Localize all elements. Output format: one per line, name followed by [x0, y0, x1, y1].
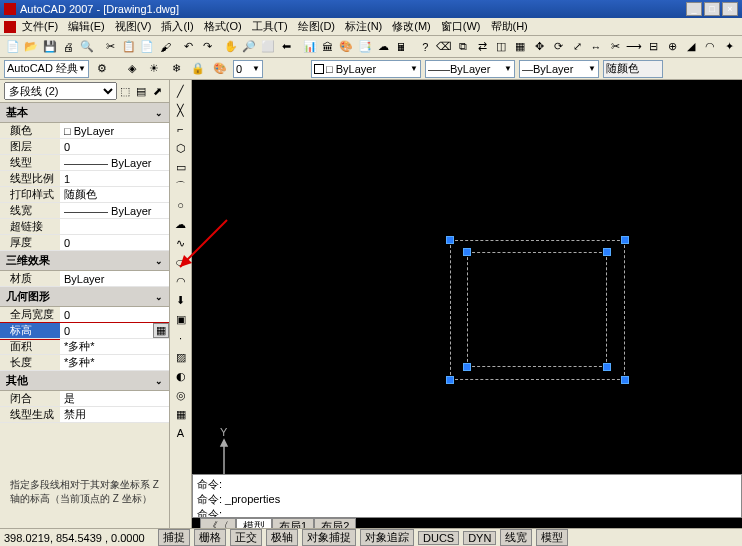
mod-erase-icon[interactable]: ⌫ — [435, 38, 453, 56]
prop-row[interactable]: 线宽———— ByLayer — [0, 203, 169, 219]
prop-value[interactable]: *多种* — [60, 355, 169, 370]
table-icon[interactable]: ▦ — [172, 405, 190, 423]
layer-num[interactable]: 0▼ — [233, 60, 263, 78]
grip[interactable] — [603, 248, 611, 256]
layer-icon[interactable]: ◈ — [123, 60, 141, 78]
copy-icon[interactable]: 📋 — [120, 38, 137, 56]
zoomwin-icon[interactable]: ⬜ — [259, 38, 276, 56]
menu-tools[interactable]: 工具(T) — [248, 19, 292, 34]
prop-row[interactable]: 超链接 — [0, 219, 169, 235]
pline-icon[interactable]: ⌐ — [172, 120, 190, 138]
grip[interactable] — [463, 248, 471, 256]
selectobj-icon[interactable]: ⬈ — [149, 82, 165, 100]
spline-icon[interactable]: ∿ — [172, 234, 190, 252]
sb-ortho[interactable]: 正交 — [230, 529, 262, 546]
pan-icon[interactable]: ✋ — [222, 38, 239, 56]
new-icon[interactable]: 📄 — [4, 38, 21, 56]
lineweight-combo[interactable]: — ByLayer▼ — [519, 60, 599, 78]
prop-value[interactable]: ———— ByLayer — [60, 203, 169, 218]
insert-icon[interactable]: ⬇ — [172, 291, 190, 309]
undo-icon[interactable]: ↶ — [180, 38, 197, 56]
prop-row[interactable]: 线型生成禁用 — [0, 407, 169, 423]
properties-icon[interactable]: 📊 — [301, 38, 318, 56]
cat-threed[interactable]: 三维效果⌄ — [0, 251, 169, 271]
layer-combo[interactable]: □ ByLayer▼ — [311, 60, 421, 78]
selected-rect-inner[interactable] — [467, 252, 607, 367]
mod-stretch-icon[interactable]: ↔ — [587, 38, 605, 56]
help-icon[interactable]: ? — [417, 38, 434, 56]
mod-extend-icon[interactable]: ⟶ — [625, 38, 643, 56]
mod-move-icon[interactable]: ✥ — [530, 38, 548, 56]
rect-icon[interactable]: ▭ — [172, 158, 190, 176]
menu-edit[interactable]: 编辑(E) — [64, 19, 109, 34]
prop-row[interactable]: 面积*多种* — [0, 339, 169, 355]
paste-icon[interactable]: 📄 — [138, 38, 155, 56]
menu-help[interactable]: 帮助(H) — [487, 19, 532, 34]
calc-icon[interactable]: 🖩 — [393, 38, 410, 56]
prop-row[interactable]: 长度*多种* — [0, 355, 169, 371]
cut-icon[interactable]: ✂ — [101, 38, 118, 56]
grip[interactable] — [621, 376, 629, 384]
sheetset-icon[interactable]: 📑 — [356, 38, 373, 56]
grip[interactable] — [463, 363, 471, 371]
zoomprev-icon[interactable]: ⬅ — [277, 38, 294, 56]
print-icon[interactable]: 🖨 — [59, 38, 76, 56]
ellipse-icon[interactable]: ⬭ — [172, 253, 190, 271]
cat-basic[interactable]: 基本⌄ — [0, 103, 169, 123]
cat-geom[interactable]: 几何图形⌄ — [0, 287, 169, 307]
prop-value[interactable]: 禁用 — [60, 407, 169, 422]
close-button[interactable]: × — [722, 2, 738, 16]
mod-fillet-icon[interactable]: ◠ — [701, 38, 719, 56]
prop-row[interactable]: 打印样式随颜色 — [0, 187, 169, 203]
mod-explode-icon[interactable]: ✦ — [720, 38, 738, 56]
cat-misc[interactable]: 其他⌄ — [0, 371, 169, 391]
mod-scale-icon[interactable]: ⤢ — [568, 38, 586, 56]
command-line[interactable]: 命令: 命令: _properties 命令: — [192, 474, 742, 518]
mod-copy-icon[interactable]: ⧉ — [454, 38, 472, 56]
prop-row[interactable]: 颜色□ ByLayer — [0, 123, 169, 139]
mod-rotate-icon[interactable]: ⟳ — [549, 38, 567, 56]
prop-row[interactable]: 线型———— ByLayer — [0, 155, 169, 171]
prop-row[interactable]: 图层0 — [0, 139, 169, 155]
sb-osnap[interactable]: 对象捕捉 — [302, 529, 356, 546]
hatch-icon[interactable]: ▨ — [172, 348, 190, 366]
toolpalettes-icon[interactable]: 🎨 — [338, 38, 355, 56]
prop-value[interactable]: □ ByLayer — [60, 123, 169, 138]
circle-icon[interactable]: ○ — [172, 196, 190, 214]
sb-model[interactable]: 模型 — [536, 529, 568, 546]
prop-row[interactable]: 标高▦ — [0, 323, 169, 339]
save-icon[interactable]: 💾 — [41, 38, 58, 56]
prop-value[interactable]: 0 — [60, 307, 169, 322]
prop-value[interactable]: *多种* — [60, 339, 169, 354]
l1-icon[interactable]: ☀ — [145, 60, 163, 78]
workspace-combo[interactable]: AutoCAD 经典▼ — [4, 60, 89, 78]
sb-dyn[interactable]: DYN — [463, 531, 496, 545]
sb-ducs[interactable]: DUCS — [418, 531, 459, 545]
match-icon[interactable]: 🖌 — [157, 38, 174, 56]
mod-mirror-icon[interactable]: ⇄ — [473, 38, 491, 56]
cline-icon[interactable]: ╳ — [172, 101, 190, 119]
redo-icon[interactable]: ↷ — [199, 38, 216, 56]
region-icon[interactable]: ◎ — [172, 386, 190, 404]
designcenter-icon[interactable]: 🏛 — [319, 38, 336, 56]
open-icon[interactable]: 📂 — [22, 38, 39, 56]
menu-insert[interactable]: 插入(I) — [157, 19, 197, 34]
polygon-icon[interactable]: ⬡ — [172, 139, 190, 157]
pickadd-icon[interactable]: ▤ — [133, 82, 149, 100]
maximize-button[interactable]: □ — [704, 2, 720, 16]
block-icon[interactable]: ▣ — [172, 310, 190, 328]
prop-value[interactable]: 1 — [60, 171, 169, 186]
prop-value[interactable]: ByLayer — [60, 271, 169, 286]
menu-view[interactable]: 视图(V) — [111, 19, 156, 34]
zoom-icon[interactable]: 🔎 — [240, 38, 257, 56]
menu-draw[interactable]: 绘图(D) — [294, 19, 339, 34]
prop-row[interactable]: 材质ByLayer — [0, 271, 169, 287]
sb-otrack[interactable]: 对象追踪 — [360, 529, 414, 546]
menu-format[interactable]: 格式(O) — [200, 19, 246, 34]
sb-polar[interactable]: 极轴 — [266, 529, 298, 546]
mod-array-icon[interactable]: ▦ — [511, 38, 529, 56]
menu-modify[interactable]: 修改(M) — [388, 19, 435, 34]
prop-value[interactable]: ———— ByLayer — [60, 155, 169, 170]
minimize-button[interactable]: _ — [686, 2, 702, 16]
sb-snap[interactable]: 捕捉 — [158, 529, 190, 546]
